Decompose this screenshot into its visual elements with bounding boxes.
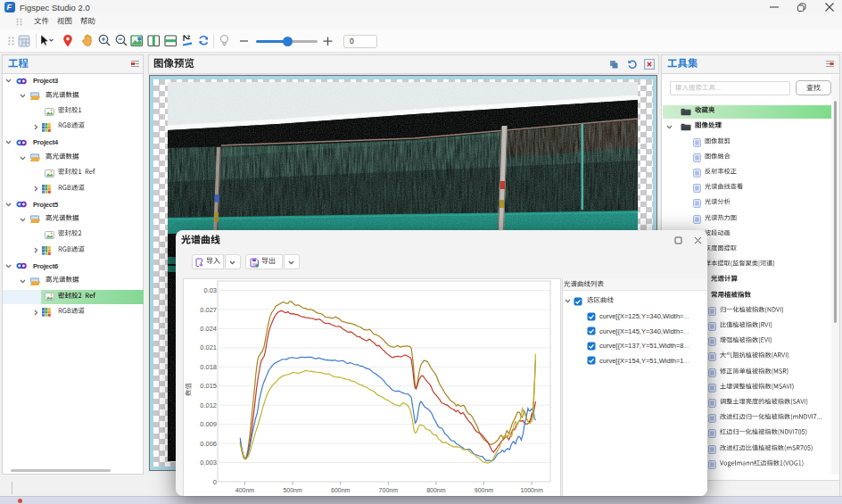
svg-text:0.021: 0.021	[200, 343, 217, 351]
svg-text:0.027: 0.027	[200, 306, 217, 314]
svg-text:400nm: 400nm	[235, 487, 255, 493]
svg-text:0: 0	[213, 478, 217, 486]
svg-text:0.015: 0.015	[200, 382, 217, 390]
svg-text:0.024: 0.024	[200, 325, 217, 333]
svg-text:600nm: 600nm	[331, 487, 351, 493]
svg-text:800nm: 800nm	[426, 487, 446, 493]
svg-text:1000nm: 1000nm	[520, 487, 542, 493]
svg-text:0.009: 0.009	[200, 420, 217, 428]
svg-text:0.03: 0.03	[203, 286, 217, 294]
svg-text:500nm: 500nm	[283, 487, 302, 493]
svg-text:0.006: 0.006	[200, 440, 217, 448]
svg-text:0.018: 0.018	[200, 363, 217, 371]
svg-text:900nm: 900nm	[475, 487, 494, 493]
svg-text:0.012: 0.012	[200, 401, 217, 409]
svg-text:700nm: 700nm	[379, 487, 399, 493]
svg-text:0.003: 0.003	[200, 459, 217, 467]
